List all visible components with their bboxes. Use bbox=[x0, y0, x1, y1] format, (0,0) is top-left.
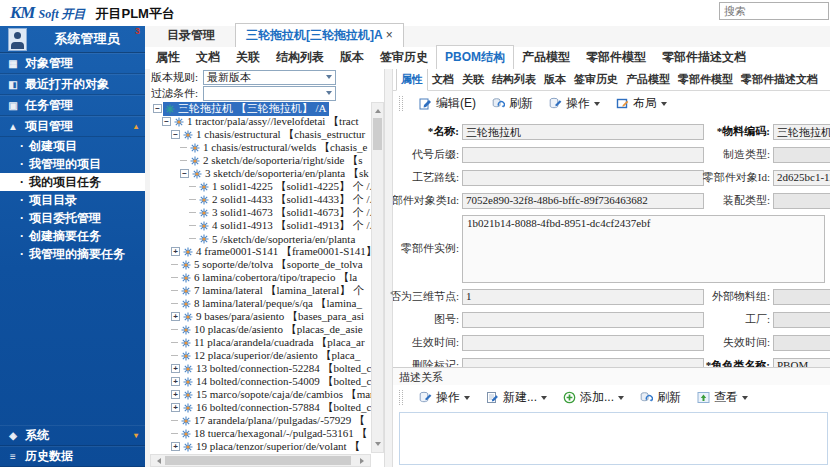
field-label-text: 图号: bbox=[434, 312, 459, 327]
sidebar-item-0[interactable]: ▦对象管理 bbox=[0, 53, 145, 74]
detail-tab-0[interactable]: 属性 bbox=[396, 69, 428, 91]
field-input-6-right[interactable] bbox=[773, 312, 830, 328]
sidebar-subitem-label: 我管理的项目 bbox=[29, 156, 101, 173]
scrollbar-thumb[interactable] bbox=[165, 456, 351, 465]
detail-panel: 属性文档关联结构列表版本签审历史产品模型零部件模型零部件描述文档 编辑(E)刷新… bbox=[393, 69, 830, 467]
tree-expand-icon[interactable]: + bbox=[171, 377, 180, 386]
field-input-5-left[interactable]: 1 bbox=[462, 289, 704, 305]
top-bar: KM Soft 开目 开目PLM平台 bbox=[0, 0, 830, 26]
sidebar-subitem-2[interactable]: ·我的项目任务 bbox=[0, 173, 145, 191]
field-input-0-left[interactable]: 三轮拖拉机 bbox=[462, 124, 704, 140]
chevron-down-icon[interactable]: ▾ bbox=[134, 432, 138, 440]
sidebar-subitem-1[interactable]: ·我管理的项目 bbox=[0, 155, 145, 173]
tree-expand-icon[interactable]: + bbox=[171, 403, 180, 412]
detail-tab-2[interactable]: 关联 bbox=[458, 69, 488, 90]
tree-collapse-icon[interactable]: − bbox=[180, 169, 189, 178]
sidebar-subitem-4[interactable]: ·项目委托管理 bbox=[0, 209, 145, 227]
field-input-7-left[interactable] bbox=[462, 335, 704, 351]
tree-expand-icon[interactable]: + bbox=[171, 390, 180, 399]
tree-collapse-icon[interactable]: − bbox=[153, 104, 162, 113]
document-tab-0[interactable]: 目录管理 bbox=[157, 24, 225, 47]
sidebar-bottom-item-0[interactable]: ◈系统▾ bbox=[0, 425, 145, 446]
detail-tab-3[interactable]: 结构列表 bbox=[488, 69, 540, 90]
detail-tab-7[interactable]: 零部件模型 bbox=[674, 69, 737, 90]
panel-splitter[interactable] bbox=[384, 69, 393, 467]
tree-collapse-icon[interactable]: − bbox=[162, 117, 171, 126]
user-panel[interactable]: 系统管理员 3 bbox=[0, 26, 145, 53]
tree-expand-icon[interactable]: + bbox=[171, 312, 180, 321]
object-tab-8[interactable]: 零部件模型 bbox=[578, 46, 654, 69]
sidebar: 系统管理员 3 ▦对象管理◧最近打开的对象▣任务管理▲项目管理▴·创建项目·我管… bbox=[0, 26, 145, 467]
field-input-2-right[interactable]: 2d625bc1-121f bbox=[773, 170, 830, 186]
sidebar-item-label: 对象管理 bbox=[25, 55, 73, 72]
field-input-1-right[interactable] bbox=[773, 147, 830, 163]
sidebar-bottom-item-1[interactable]: ≡历史数据 bbox=[0, 446, 145, 467]
tree-node-icon bbox=[181, 325, 191, 335]
object-tab-0[interactable]: 属性 bbox=[148, 46, 188, 69]
sidebar-item-2[interactable]: ▣任务管理 bbox=[0, 95, 145, 116]
tree-node-9[interactable]: 4 solid1-4913 【solid1-4913】 个 /A: bbox=[150, 219, 371, 232]
field-label: 生效时间: bbox=[393, 335, 459, 350]
object-tab-7[interactable]: 产品模型 bbox=[514, 46, 578, 69]
object-tab-1[interactable]: 文档 bbox=[188, 46, 228, 69]
sidebar-item-1[interactable]: ◧最近打开的对象 bbox=[0, 74, 145, 95]
avatar bbox=[8, 28, 27, 51]
tree-node-icon bbox=[183, 390, 193, 400]
collapse-arrow-icon[interactable]: ▴ bbox=[134, 123, 138, 131]
sidebar-subitem-label: 项目目录 bbox=[29, 192, 77, 209]
close-icon[interactable]: × bbox=[386, 28, 393, 42]
toolbar-button-0[interactable]: 编辑(E) bbox=[419, 95, 476, 112]
field-input-3-left[interactable]: 7052e890-32f8-48b6-bffc-89f736463682 bbox=[462, 193, 704, 209]
relation-list[interactable] bbox=[399, 412, 828, 465]
sidebar-subitem-5[interactable]: ·创建摘要任务 bbox=[0, 227, 145, 245]
field-input-1-left[interactable] bbox=[462, 147, 704, 163]
relation-toolbar-button-1[interactable]: 新建... bbox=[486, 389, 547, 406]
field-input-0-right[interactable]: 三轮拖拉机 bbox=[773, 124, 830, 140]
version-rule-select[interactable]: 最新版本 bbox=[203, 70, 336, 85]
tree-expand-icon[interactable]: + bbox=[171, 364, 180, 373]
tree-collapse-icon[interactable]: − bbox=[171, 130, 180, 139]
detail-tab-8[interactable]: 零部件描述文档 bbox=[737, 69, 822, 90]
document-tab-1[interactable]: 三轮拖拉机[三轮拖拉机]A× bbox=[235, 23, 404, 48]
tree-expand-icon[interactable]: + bbox=[171, 247, 180, 256]
tree-vertical-scrollbar[interactable] bbox=[371, 102, 384, 453]
detail-tab-4[interactable]: 版本 bbox=[540, 69, 570, 90]
toolbar-button-1[interactable]: 刷新 bbox=[492, 95, 533, 112]
edit-icon bbox=[419, 97, 432, 110]
field-input-3-right[interactable] bbox=[773, 193, 830, 209]
tree-node-icon bbox=[183, 442, 193, 452]
sidebar-subitem-0[interactable]: ·创建项目 bbox=[0, 137, 145, 155]
sidebar-subitem-6[interactable]: ·我管理的摘要任务 bbox=[0, 245, 145, 263]
relation-toolbar-button-2[interactable]: 添加... bbox=[563, 389, 624, 406]
tree-connector bbox=[171, 303, 178, 304]
detail-tab-6[interactable]: 产品模型 bbox=[622, 69, 674, 90]
field-input-7-right[interactable] bbox=[773, 335, 830, 351]
sidebar-item-3[interactable]: ▲项目管理▴ bbox=[0, 116, 145, 137]
object-tab-6[interactable]: PBOM结构 bbox=[436, 45, 514, 70]
object-tab-4[interactable]: 版本 bbox=[332, 46, 372, 69]
sidebar-item-label: 任务管理 bbox=[25, 97, 73, 114]
detail-tab-5[interactable]: 签审历史 bbox=[570, 69, 622, 90]
sidebar-subitem-3[interactable]: ·项目目录 bbox=[0, 191, 145, 209]
tree-node-26[interactable]: +19 placa/tenzor/superior/de/volant 【 bbox=[150, 440, 371, 453]
relation-toolbar-button-4[interactable]: 查看 bbox=[697, 389, 748, 406]
filter-select[interactable] bbox=[203, 86, 336, 101]
bullet-icon: · bbox=[20, 193, 24, 207]
detail-tab-1[interactable]: 文档 bbox=[428, 69, 458, 90]
field-input-2-left[interactable] bbox=[462, 170, 704, 186]
field-input-6-left[interactable] bbox=[462, 312, 704, 328]
toolbar-button-2[interactable]: 操作 bbox=[549, 95, 600, 112]
object-tab-5[interactable]: 签审历史 bbox=[372, 46, 436, 69]
relation-toolbar-button-3[interactable]: 刷新 bbox=[640, 389, 681, 406]
field-input-5-right[interactable] bbox=[773, 289, 830, 305]
object-tab-2[interactable]: 关联 bbox=[228, 46, 268, 69]
tree-horizontal-scrollbar[interactable] bbox=[150, 454, 371, 467]
field-textarea[interactable]: 1b021b14-8088-4fbd-8951-dc4cf2437ebf bbox=[462, 215, 825, 283]
relation-toolbar-button-0[interactable]: 操作 bbox=[419, 389, 470, 406]
object-tab-3[interactable]: 结构列表 bbox=[268, 46, 332, 69]
object-tab-9[interactable]: 零部件描述文档 bbox=[654, 46, 754, 69]
toolbar-button-3[interactable]: 布局 bbox=[616, 95, 667, 112]
tree-expand-icon[interactable]: + bbox=[171, 442, 180, 451]
scrollbar-thumb[interactable] bbox=[373, 118, 382, 150]
search-input[interactable] bbox=[719, 2, 829, 20]
